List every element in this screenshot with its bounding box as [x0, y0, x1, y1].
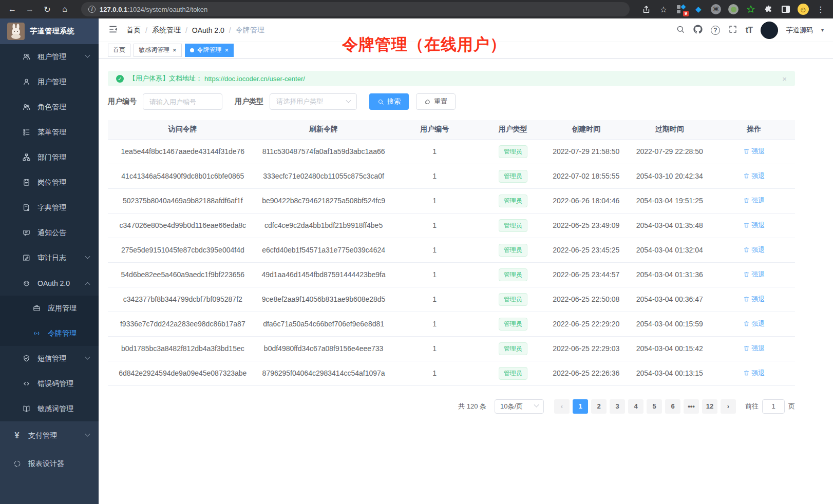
search-button[interactable]: 搜索 — [369, 93, 409, 110]
sidebar-item-tenant[interactable]: 租户管理 — [0, 44, 99, 69]
page-button-5[interactable]: 5 — [647, 399, 662, 414]
sidebar-item-audit-log[interactable]: 审计日志 — [0, 245, 99, 270]
sidebar-item-dept[interactable]: 部门管理 — [0, 145, 99, 170]
page-button-6[interactable]: 6 — [665, 399, 680, 414]
page-size-select[interactable]: 10条/页 — [495, 399, 544, 414]
chevron-down-icon — [534, 402, 539, 408]
sidebar-item-label: 岗位管理 — [37, 178, 66, 187]
bookmark-star-icon[interactable]: ☆ — [657, 3, 670, 15]
sidebar-item-menu[interactable]: 菜单管理 — [0, 120, 99, 145]
tab-home[interactable]: 首页 — [108, 44, 130, 57]
user-type-cell: 管理员 — [480, 188, 546, 213]
recorder-extension-icon[interactable] — [727, 3, 740, 15]
page-button-2[interactable]: 2 — [591, 399, 607, 414]
page-button-12[interactable]: 12 — [702, 399, 717, 414]
trash-icon — [743, 172, 750, 179]
extension-badge-icon[interactable]: 9 — [675, 3, 687, 15]
page-button-1[interactable]: 1 — [573, 399, 588, 414]
tab-token[interactable]: 令牌管理 × — [185, 44, 234, 57]
trash-icon — [743, 320, 750, 327]
doc-alert: ✓ 【用户体系】文档地址： https://doc.iocoder.cn/use… — [108, 71, 795, 86]
breadcrumb-system[interactable]: 系统管理 — [152, 26, 181, 35]
collapse-sidebar-icon[interactable] — [108, 24, 118, 36]
refresh-token-cell: 8796295f04064c2983414cc54af1097a — [258, 361, 390, 385]
force-logout-button[interactable]: 强退 — [743, 245, 765, 255]
force-logout-button[interactable]: 强退 — [743, 221, 765, 230]
sidebar-item-pay[interactable]: ¥ 支付管理 — [0, 421, 99, 450]
share-icon[interactable] — [640, 3, 652, 15]
force-logout-button[interactable]: 强退 — [743, 295, 765, 304]
forward-icon[interactable]: → — [24, 3, 36, 15]
user-type-select[interactable]: 请选择用户类型 — [270, 93, 357, 110]
sidebar-item-report-designer[interactable]: 报表设计器 — [0, 450, 99, 478]
sidebar-item-sensitive-word[interactable]: 敏感词管理 — [0, 396, 99, 421]
annotation-text: 令牌管理（在线用户） — [342, 34, 506, 55]
side-panel-icon[interactable] — [780, 3, 792, 15]
created-cell: 2022-06-25 23:44:57 — [546, 262, 626, 287]
table-row: c347026e805e4d99b0d116eae66eda8c cdfc4ce… — [108, 213, 795, 238]
tab-sensitive-word[interactable]: 敏感词管理 × — [134, 44, 182, 57]
user-type-cell: 管理员 — [480, 139, 546, 164]
force-logout-button[interactable]: 强退 — [743, 196, 765, 205]
edit-square-icon — [22, 254, 31, 263]
alert-close-icon[interactable]: × — [782, 74, 787, 83]
alert-link[interactable]: https://doc.iocoder.cn/user-center/ — [204, 75, 305, 83]
tree-list-icon — [22, 128, 31, 137]
page-button-3[interactable]: 3 — [610, 399, 625, 414]
puzzle-extensions-icon[interactable] — [762, 3, 774, 15]
sidebar-item-error-code[interactable]: 错误码管理 — [0, 371, 99, 396]
close-icon[interactable]: × — [225, 47, 229, 53]
breadcrumb-home[interactable]: 首页 — [126, 26, 141, 35]
user-avatar[interactable] — [761, 22, 778, 39]
force-logout-button[interactable]: 强退 — [743, 147, 765, 156]
sidebar-item-dict[interactable]: 字典管理 — [0, 195, 99, 220]
sidebar-menu: 租户管理 用户管理 角色管理 菜单管理 部门管理 — [0, 44, 99, 478]
force-logout-button[interactable]: 强退 — [743, 344, 765, 353]
fullscreen-icon[interactable] — [728, 25, 737, 36]
browser-menu-icon[interactable]: ⋮ — [815, 3, 827, 15]
sidebar-item-oauth2-token[interactable]: 令牌管理 — [0, 321, 99, 346]
user-id-input[interactable] — [143, 93, 222, 110]
gem-extension-icon[interactable]: ◆ — [692, 3, 705, 15]
close-icon[interactable]: × — [173, 47, 177, 53]
force-logout-button[interactable]: 强退 — [743, 270, 765, 279]
home-icon[interactable]: ⌂ — [59, 3, 71, 15]
search-icon[interactable] — [676, 25, 685, 36]
sidebar-item-user[interactable]: 用户管理 — [0, 69, 99, 94]
action-cell: 强退 — [713, 164, 795, 188]
back-icon[interactable]: ← — [6, 3, 18, 15]
sidebar-item-oauth2-app[interactable]: 应用管理 — [0, 296, 99, 321]
font-size-icon[interactable]: tT — [746, 26, 752, 35]
sidebar-item-role[interactable]: 角色管理 — [0, 94, 99, 120]
help-icon[interactable]: ? — [711, 26, 720, 35]
caret-down-icon[interactable]: ▾ — [821, 27, 824, 33]
refresh-token-cell: cdfc4ce9c2da4bb1bdf21b9918ff4be5 — [258, 213, 390, 238]
sidebar-item-post[interactable]: 岗位管理 — [0, 170, 99, 195]
address-bar[interactable]: i 127.0.0.1:1024/system/oauth2/token — [81, 2, 630, 16]
username[interactable]: 芋道源码 — [786, 26, 813, 35]
reset-button[interactable]: 重置 — [416, 93, 456, 110]
access-token-cell: 502375b8040a469a9b82188afdf6af1f — [108, 188, 258, 213]
breadcrumb-oauth2[interactable]: OAuth 2.0 — [192, 26, 224, 34]
force-logout-button[interactable]: 强退 — [743, 171, 765, 181]
site-info-icon[interactable]: i — [88, 6, 96, 13]
page-ellipsis-button[interactable]: ••• — [684, 399, 699, 414]
reload-icon[interactable]: ↻ — [41, 3, 53, 15]
next-page-button[interactable]: › — [721, 399, 736, 414]
command-extension-icon[interactable]: ⌘ — [710, 3, 722, 15]
page-button-4[interactable]: 4 — [628, 399, 643, 414]
user-id-cell: 1 — [390, 164, 480, 188]
profile-avatar-icon[interactable]: ☺ — [797, 3, 809, 15]
sidebar-item-notice[interactable]: 通知公告 — [0, 220, 99, 245]
green-star-extension-icon[interactable] — [745, 3, 757, 15]
sidebar-item-oauth2[interactable]: OAuth 2.0 — [0, 270, 99, 296]
sidebar-item-label: 短信管理 — [37, 354, 66, 363]
sidebar-item-sms[interactable]: 短信管理 — [0, 346, 99, 371]
force-logout-button[interactable]: 强退 — [743, 319, 765, 328]
pagination: 共 120 条 10条/页 ‹ 1 2 3 4 5 6 ••• 12 › — [108, 399, 795, 414]
force-logout-button[interactable]: 强退 — [743, 369, 765, 378]
app-logo[interactable]: 芋道管理系统 — [0, 18, 99, 44]
goto-page-input[interactable] — [762, 399, 785, 414]
github-icon[interactable] — [693, 25, 703, 36]
prev-page-button[interactable]: ‹ — [554, 399, 570, 414]
